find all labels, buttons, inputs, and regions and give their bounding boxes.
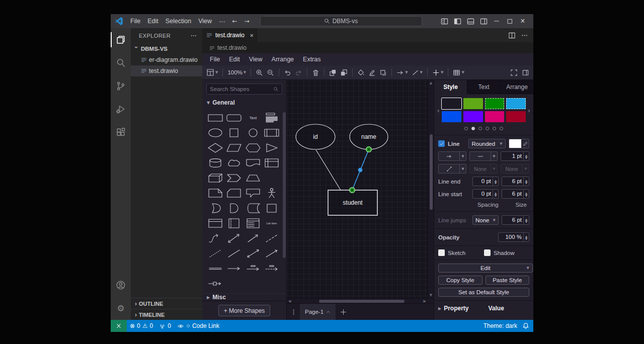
- line-start-size-input[interactable]: 6 pt ▲▼: [502, 189, 529, 199]
- shape-directional-connector[interactable]: [263, 246, 282, 261]
- shape-cube[interactable]: [206, 170, 225, 186]
- bell-icon[interactable]: [522, 322, 529, 329]
- menu-selection[interactable]: Selection: [162, 18, 195, 25]
- file-er-diagram[interactable]: er-diagram.drawio: [131, 54, 202, 65]
- menu-view[interactable]: View: [195, 18, 215, 25]
- explorer-more-actions-icon[interactable]: [190, 32, 197, 39]
- shape-dotted-line[interactable]: [206, 246, 225, 261]
- shape-and[interactable]: [225, 201, 244, 216]
- tab-arrange[interactable]: Arrange: [500, 80, 533, 94]
- copy-style-button[interactable]: Copy Style: [438, 276, 482, 285]
- line-end-spacing-input[interactable]: 0 pt ▲▼: [472, 177, 499, 186]
- connection-arrow-dropdown[interactable]: ▼: [396, 69, 408, 76]
- waypoints-dropdown[interactable]: ▼: [438, 164, 466, 174]
- shape-link[interactable]: [206, 261, 225, 276]
- pager-dot-1[interactable]: [471, 127, 475, 130]
- canvas-vertical-scrollbar[interactable]: ▲ ▼: [428, 80, 434, 298]
- shape-list-item[interactable]: List Item: [263, 216, 282, 231]
- shadow-checkbox[interactable]: [484, 249, 491, 256]
- shape-parallelogram[interactable]: [225, 140, 244, 155]
- style-swatch-0[interactable]: [442, 98, 461, 109]
- style-swatch-5[interactable]: [463, 111, 483, 122]
- shapes-scrollbar[interactable]: [283, 112, 286, 258]
- arrow-start-dropdown[interactable]: ▼: [438, 151, 466, 161]
- style-swatch-4[interactable]: [442, 111, 461, 122]
- shape-card[interactable]: [225, 186, 244, 201]
- shapes-section-general[interactable]: ▼ General: [202, 97, 286, 109]
- drawio-menu-arrange[interactable]: Arrange: [267, 56, 298, 63]
- tab-close-icon[interactable]: ×: [250, 32, 254, 39]
- format-panel-toggle-icon[interactable]: [522, 69, 529, 76]
- zoom-level-dropdown[interactable]: 100% ▼: [227, 69, 246, 75]
- toggle-panel-icon[interactable]: [464, 15, 477, 28]
- tab-text[interactable]: Text: [467, 80, 500, 94]
- problems-status[interactable]: ⊗ 0 ⚠ 0: [127, 322, 156, 329]
- line-color-icon[interactable]: [368, 69, 376, 76]
- redo-icon[interactable]: [295, 69, 302, 76]
- remote-indicator[interactable]: [111, 320, 127, 332]
- shape-or[interactable]: [206, 201, 225, 216]
- style-swatch-2[interactable]: [485, 98, 505, 109]
- back-arrow-icon[interactable]: ←: [230, 18, 240, 25]
- line-style-dropdown[interactable]: ▼: [469, 151, 498, 161]
- delete-icon[interactable]: [312, 69, 319, 76]
- shape-ellipse[interactable]: [206, 125, 225, 140]
- extensions-icon[interactable]: [111, 121, 131, 144]
- line-start-spacing-input[interactable]: 0 pt ▲▼: [472, 189, 499, 199]
- split-editor-icon[interactable]: [508, 32, 516, 39]
- pager-dot-3[interactable]: [486, 127, 489, 130]
- opacity-input[interactable]: 100 % ▲▼: [498, 232, 529, 242]
- line-corner-select[interactable]: Rounded ▼: [468, 139, 505, 148]
- undo-icon[interactable]: [284, 69, 291, 76]
- shape-vertical-container[interactable]: [225, 216, 244, 231]
- tab-test-drawio[interactable]: test.drawio ×: [202, 28, 258, 42]
- paste-style-button[interactable]: Paste Style: [486, 276, 530, 285]
- shape-thin-arrow[interactable]: [225, 261, 244, 276]
- line-end-size-input[interactable]: 6 pt ▲▼: [502, 177, 529, 186]
- page-1-tab[interactable]: Page-1: [300, 304, 336, 320]
- shape-rounded-rectangle[interactable]: [225, 110, 244, 125]
- ports-status[interactable]: 0: [156, 322, 174, 329]
- menu-edit[interactable]: Edit: [144, 18, 162, 25]
- line-jumps-select[interactable]: None ▼: [472, 215, 499, 225]
- close-button[interactable]: ×: [516, 15, 529, 28]
- workspace-folder[interactable]: › DBMS-VS: [131, 43, 202, 54]
- shape-trapezoid[interactable]: [244, 170, 263, 186]
- shape-curve[interactable]: [206, 231, 225, 246]
- more-shapes-button[interactable]: + More Shapes: [218, 305, 271, 316]
- accounts-icon[interactable]: [111, 274, 131, 297]
- breadcrumb[interactable]: test.drawio: [202, 42, 533, 53]
- line-color-button[interactable]: [509, 139, 529, 148]
- property-expand-icon[interactable]: ▶: [438, 306, 441, 311]
- edit-style-button[interactable]: Edit: [438, 264, 533, 273]
- shape-labeled-edge[interactable]: [244, 261, 263, 276]
- diagram-canvas[interactable]: id name student: [287, 80, 434, 298]
- fullscreen-icon[interactable]: [510, 69, 518, 76]
- minimize-button[interactable]: [490, 15, 503, 28]
- style-swatch-1[interactable]: [463, 98, 483, 109]
- shape-dashed-line[interactable]: [263, 231, 282, 246]
- style-swatch-6[interactable]: [485, 111, 505, 122]
- pager-dot-5[interactable]: [500, 127, 503, 130]
- shape-step[interactable]: [225, 170, 244, 186]
- shape-hexagon[interactable]: [244, 140, 263, 155]
- shape-arrow[interactable]: [244, 231, 263, 246]
- shape-container[interactable]: [263, 201, 282, 216]
- insert-dropdown[interactable]: ▼: [432, 69, 443, 76]
- shape-labeled-arrow[interactable]: [263, 261, 282, 276]
- view-dropdown[interactable]: ▼: [206, 68, 218, 76]
- shape-square[interactable]: [225, 125, 244, 140]
- shadow-icon[interactable]: [379, 69, 387, 76]
- pager-dot-0[interactable]: [464, 127, 468, 130]
- drawio-menu-file[interactable]: File: [205, 56, 224, 63]
- theme-status[interactable]: Theme: dark: [480, 322, 520, 329]
- command-search[interactable]: DBMS-vs: [260, 16, 422, 26]
- swatch-pager-dots[interactable]: [434, 124, 533, 135]
- run-debug-icon[interactable]: [111, 98, 131, 121]
- forward-arrow-icon[interactable]: →: [242, 18, 252, 25]
- toggle-secondary-sidebar-icon[interactable]: [477, 15, 490, 28]
- edge-waypoint-handle[interactable]: [358, 168, 362, 172]
- fill-color-icon[interactable]: [357, 69, 365, 76]
- shape-circle[interactable]: [244, 125, 263, 140]
- code-link-status[interactable]: Code Link: [174, 322, 222, 329]
